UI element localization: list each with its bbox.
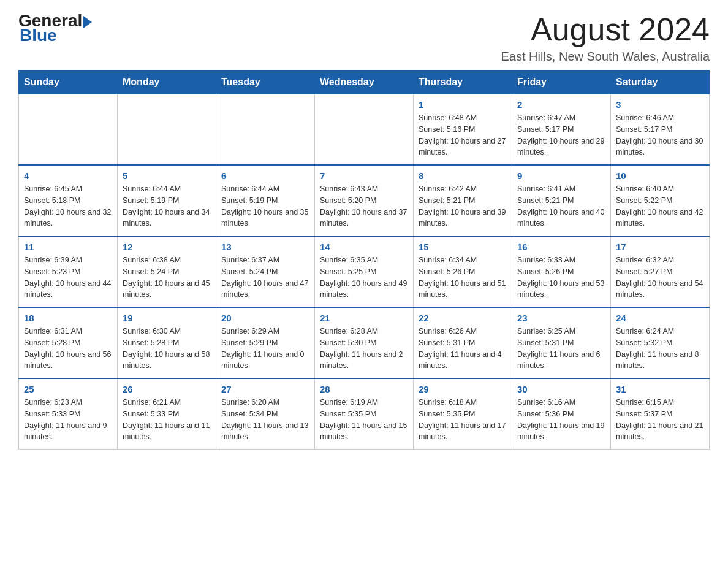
day-number: 22 bbox=[419, 313, 507, 323]
calendar-cell: 31Sunrise: 6:15 AM Sunset: 5:37 PM Dayli… bbox=[611, 378, 710, 450]
day-number: 23 bbox=[517, 313, 605, 323]
calendar-cell: 22Sunrise: 6:26 AM Sunset: 5:31 PM Dayli… bbox=[414, 307, 512, 378]
day-info: Sunrise: 6:40 AM Sunset: 5:22 PM Dayligh… bbox=[616, 183, 704, 229]
day-info: Sunrise: 6:31 AM Sunset: 5:28 PM Dayligh… bbox=[24, 326, 112, 372]
day-info: Sunrise: 6:46 AM Sunset: 5:17 PM Dayligh… bbox=[616, 112, 704, 158]
month-title: August 2024 bbox=[501, 12, 710, 47]
day-info: Sunrise: 6:44 AM Sunset: 5:19 PM Dayligh… bbox=[123, 183, 211, 229]
calendar-cell: 8Sunrise: 6:42 AM Sunset: 5:21 PM Daylig… bbox=[414, 165, 512, 236]
day-info: Sunrise: 6:47 AM Sunset: 5:17 PM Dayligh… bbox=[517, 112, 605, 158]
calendar-day-header-wednesday: Wednesday bbox=[315, 71, 414, 94]
calendar-cell: 29Sunrise: 6:18 AM Sunset: 5:35 PM Dayli… bbox=[414, 378, 512, 450]
day-number: 3 bbox=[616, 99, 704, 110]
day-number: 18 bbox=[24, 313, 112, 323]
calendar-day-header-monday: Monday bbox=[118, 71, 216, 94]
calendar-cell: 9Sunrise: 6:41 AM Sunset: 5:21 PM Daylig… bbox=[512, 165, 611, 236]
calendar-cell: 24Sunrise: 6:24 AM Sunset: 5:32 PM Dayli… bbox=[611, 307, 710, 378]
calendar-cell: 27Sunrise: 6:20 AM Sunset: 5:34 PM Dayli… bbox=[216, 378, 315, 450]
calendar-cell: 3Sunrise: 6:46 AM Sunset: 5:17 PM Daylig… bbox=[611, 94, 710, 166]
calendar-week-1: 1Sunrise: 6:48 AM Sunset: 5:16 PM Daylig… bbox=[19, 94, 710, 166]
calendar-table: SundayMondayTuesdayWednesdayThursdayFrid… bbox=[18, 70, 710, 450]
calendar-cell: 14Sunrise: 6:35 AM Sunset: 5:25 PM Dayli… bbox=[315, 236, 414, 307]
day-number: 31 bbox=[616, 384, 704, 394]
calendar-cell: 10Sunrise: 6:40 AM Sunset: 5:22 PM Dayli… bbox=[611, 165, 710, 236]
day-number: 17 bbox=[616, 242, 704, 252]
day-number: 8 bbox=[419, 170, 507, 181]
day-number: 5 bbox=[123, 170, 211, 181]
day-info: Sunrise: 6:45 AM Sunset: 5:18 PM Dayligh… bbox=[24, 183, 112, 229]
day-info: Sunrise: 6:25 AM Sunset: 5:31 PM Dayligh… bbox=[517, 326, 605, 372]
calendar-cell: 13Sunrise: 6:37 AM Sunset: 5:24 PM Dayli… bbox=[216, 236, 315, 307]
day-info: Sunrise: 6:35 AM Sunset: 5:25 PM Dayligh… bbox=[320, 255, 408, 301]
day-info: Sunrise: 6:23 AM Sunset: 5:33 PM Dayligh… bbox=[24, 397, 112, 443]
calendar-cell: 1Sunrise: 6:48 AM Sunset: 5:16 PM Daylig… bbox=[414, 94, 512, 166]
day-info: Sunrise: 6:34 AM Sunset: 5:26 PM Dayligh… bbox=[419, 255, 507, 301]
day-number: 10 bbox=[616, 170, 704, 181]
calendar-week-2: 4Sunrise: 6:45 AM Sunset: 5:18 PM Daylig… bbox=[19, 165, 710, 236]
calendar-day-header-thursday: Thursday bbox=[414, 71, 512, 94]
calendar-cell: 2Sunrise: 6:47 AM Sunset: 5:17 PM Daylig… bbox=[512, 94, 611, 166]
calendar-week-4: 18Sunrise: 6:31 AM Sunset: 5:28 PM Dayli… bbox=[19, 307, 710, 378]
calendar-cell: 28Sunrise: 6:19 AM Sunset: 5:35 PM Dayli… bbox=[315, 378, 414, 450]
day-info: Sunrise: 6:37 AM Sunset: 5:24 PM Dayligh… bbox=[221, 255, 309, 301]
logo-blue-text: Blue bbox=[18, 27, 92, 44]
calendar-cell: 26Sunrise: 6:21 AM Sunset: 5:33 PM Dayli… bbox=[118, 378, 216, 450]
calendar-cell: 7Sunrise: 6:43 AM Sunset: 5:20 PM Daylig… bbox=[315, 165, 414, 236]
day-number: 29 bbox=[419, 384, 507, 394]
day-info: Sunrise: 6:28 AM Sunset: 5:30 PM Dayligh… bbox=[320, 326, 408, 372]
day-info: Sunrise: 6:41 AM Sunset: 5:21 PM Dayligh… bbox=[517, 183, 605, 229]
calendar-day-header-tuesday: Tuesday bbox=[216, 71, 315, 94]
calendar-header-row: SundayMondayTuesdayWednesdayThursdayFrid… bbox=[19, 71, 710, 94]
logo-arrow-icon bbox=[83, 16, 92, 28]
title-block: August 2024 East Hills, New South Wales,… bbox=[501, 12, 710, 64]
page-header: General Blue August 2024 East Hills, New… bbox=[18, 12, 710, 64]
day-info: Sunrise: 6:24 AM Sunset: 5:32 PM Dayligh… bbox=[616, 326, 704, 372]
calendar-cell: 19Sunrise: 6:30 AM Sunset: 5:28 PM Dayli… bbox=[118, 307, 216, 378]
calendar-cell: 11Sunrise: 6:39 AM Sunset: 5:23 PM Dayli… bbox=[19, 236, 118, 307]
day-info: Sunrise: 6:21 AM Sunset: 5:33 PM Dayligh… bbox=[123, 397, 211, 443]
day-number: 12 bbox=[123, 242, 211, 252]
day-info: Sunrise: 6:44 AM Sunset: 5:19 PM Dayligh… bbox=[221, 183, 309, 229]
day-info: Sunrise: 6:33 AM Sunset: 5:26 PM Dayligh… bbox=[517, 255, 605, 301]
day-number: 16 bbox=[517, 242, 605, 252]
logo: General Blue bbox=[18, 12, 92, 44]
day-number: 19 bbox=[123, 313, 211, 323]
day-number: 28 bbox=[320, 384, 408, 394]
calendar-cell: 17Sunrise: 6:32 AM Sunset: 5:27 PM Dayli… bbox=[611, 236, 710, 307]
day-number: 7 bbox=[320, 170, 408, 181]
day-number: 4 bbox=[24, 170, 112, 181]
day-info: Sunrise: 6:43 AM Sunset: 5:20 PM Dayligh… bbox=[320, 183, 408, 229]
calendar-cell bbox=[216, 94, 315, 166]
day-number: 21 bbox=[320, 313, 408, 323]
calendar-week-5: 25Sunrise: 6:23 AM Sunset: 5:33 PM Dayli… bbox=[19, 378, 710, 450]
location-subtitle: East Hills, New South Wales, Australia bbox=[501, 50, 710, 64]
day-info: Sunrise: 6:16 AM Sunset: 5:36 PM Dayligh… bbox=[517, 397, 605, 443]
calendar-cell: 23Sunrise: 6:25 AM Sunset: 5:31 PM Dayli… bbox=[512, 307, 611, 378]
day-number: 26 bbox=[123, 384, 211, 394]
calendar-cell: 20Sunrise: 6:29 AM Sunset: 5:29 PM Dayli… bbox=[216, 307, 315, 378]
calendar-day-header-friday: Friday bbox=[512, 71, 611, 94]
day-info: Sunrise: 6:18 AM Sunset: 5:35 PM Dayligh… bbox=[419, 397, 507, 443]
day-number: 13 bbox=[221, 242, 309, 252]
day-info: Sunrise: 6:39 AM Sunset: 5:23 PM Dayligh… bbox=[24, 255, 112, 301]
day-number: 9 bbox=[517, 170, 605, 181]
day-number: 20 bbox=[221, 313, 309, 323]
day-number: 24 bbox=[616, 313, 704, 323]
calendar-cell bbox=[118, 94, 216, 166]
day-number: 14 bbox=[320, 242, 408, 252]
calendar-cell: 15Sunrise: 6:34 AM Sunset: 5:26 PM Dayli… bbox=[414, 236, 512, 307]
calendar-cell: 25Sunrise: 6:23 AM Sunset: 5:33 PM Dayli… bbox=[19, 378, 118, 450]
day-number: 15 bbox=[419, 242, 507, 252]
calendar-cell bbox=[315, 94, 414, 166]
calendar-cell: 6Sunrise: 6:44 AM Sunset: 5:19 PM Daylig… bbox=[216, 165, 315, 236]
calendar-cell: 18Sunrise: 6:31 AM Sunset: 5:28 PM Dayli… bbox=[19, 307, 118, 378]
day-number: 1 bbox=[419, 99, 507, 110]
day-info: Sunrise: 6:38 AM Sunset: 5:24 PM Dayligh… bbox=[123, 255, 211, 301]
day-number: 27 bbox=[221, 384, 309, 394]
day-info: Sunrise: 6:48 AM Sunset: 5:16 PM Dayligh… bbox=[419, 112, 507, 158]
calendar-cell: 4Sunrise: 6:45 AM Sunset: 5:18 PM Daylig… bbox=[19, 165, 118, 236]
day-number: 2 bbox=[517, 99, 605, 110]
day-info: Sunrise: 6:20 AM Sunset: 5:34 PM Dayligh… bbox=[221, 397, 309, 443]
calendar-cell: 12Sunrise: 6:38 AM Sunset: 5:24 PM Dayli… bbox=[118, 236, 216, 307]
day-number: 11 bbox=[24, 242, 112, 252]
